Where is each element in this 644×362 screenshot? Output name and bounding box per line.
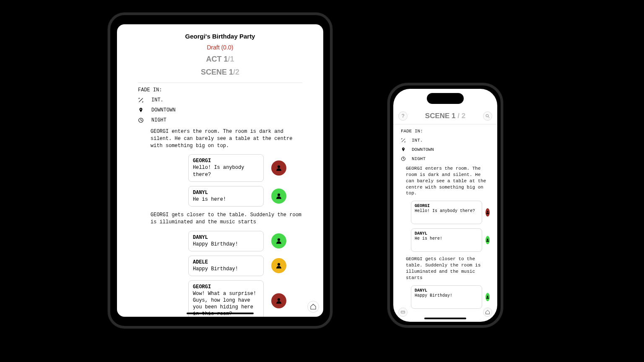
dialog-bubble[interactable]: GEORGI Wow! What a surprise! Guys, how l… xyxy=(188,280,264,317)
character-avatar[interactable] xyxy=(271,258,286,273)
iphone-device-frame: ? SCENE 1 / 2 FADE IN: INT. DOWNTOWN NIG… xyxy=(387,83,503,328)
character-name: DANYL xyxy=(415,288,478,293)
character-avatar[interactable] xyxy=(271,160,286,176)
character-name: GEORGI xyxy=(193,158,259,164)
scene-label: SCENE 1 xyxy=(201,68,233,76)
dynamic-island xyxy=(427,93,464,104)
dialog-line: Happy Birthday! xyxy=(193,266,259,272)
character-avatar[interactable] xyxy=(271,189,286,204)
dialog-line: He is here! xyxy=(193,196,259,203)
dialog-group-1: GEORGI Hello! Is anybody there? DANYL He… xyxy=(138,154,302,207)
scene-location-value: DOWNTOWN xyxy=(412,147,434,152)
action-block[interactable]: GEORGI gets closer to the table. Suddenl… xyxy=(151,212,302,226)
character-name: DANYL xyxy=(193,235,259,240)
scene-label: SCENE 1 xyxy=(425,112,456,120)
act-indicator[interactable]: ACT 1/1 xyxy=(138,55,302,64)
scene-int-ext-row[interactable]: INT. xyxy=(401,138,490,143)
scene-indicator[interactable]: SCENE 1 / 2 xyxy=(408,112,483,120)
character-name: GEORGI xyxy=(193,284,259,290)
fade-in-label: FADE IN: xyxy=(401,129,490,134)
fade-in-label: FADE IN: xyxy=(138,87,302,93)
dialog-row[interactable]: DANYL Happy Birthday! xyxy=(411,285,490,309)
dialog-line: Happy Birthday! xyxy=(415,293,478,298)
home-button[interactable] xyxy=(307,301,319,313)
search-button[interactable] xyxy=(483,111,492,121)
pin-icon xyxy=(401,147,406,152)
ipad-device-frame: Georgi's Birthday Party Draft (0.0) ACT … xyxy=(108,13,332,328)
scene-int-ext-row[interactable]: INT. xyxy=(138,97,302,103)
act-label: ACT 1 xyxy=(206,55,228,63)
help-button[interactable]: ? xyxy=(398,111,408,121)
dialog-line: Hello! Is anybody there? xyxy=(193,164,259,178)
character-name: DANYL xyxy=(193,190,259,196)
divider xyxy=(138,83,302,83)
dialog-row[interactable]: GEORGI Wow! What a surprise! Guys, how l… xyxy=(188,280,302,317)
home-indicator xyxy=(187,313,254,314)
int-ext-icon xyxy=(401,138,406,143)
scene-time-value: NIGHT xyxy=(151,117,166,123)
dialog-row[interactable]: DANYL He is here! xyxy=(411,228,490,252)
draft-label[interactable]: Draft (0.0) xyxy=(138,44,302,51)
action-block[interactable]: GEORGI gets closer to the table. Suddenl… xyxy=(406,256,490,281)
pin-icon xyxy=(138,107,144,113)
dialog-bubble[interactable]: GEORGI Hello! Is anybody there? xyxy=(411,201,482,224)
scene-location-value: DOWNTOWN xyxy=(151,107,176,113)
dialog-bubble[interactable]: ADELE Happy Birthday! xyxy=(188,256,264,276)
clock-icon xyxy=(138,117,144,123)
scene-indicator[interactable]: SCENE 1/2 xyxy=(138,68,302,77)
scene-int-ext-value: INT. xyxy=(151,97,164,103)
scene-location-row[interactable]: DOWNTOWN xyxy=(138,107,302,113)
dialog-line: Hello! Is anybody there? xyxy=(415,208,478,214)
scene-time-value: NIGHT xyxy=(412,156,426,161)
character-avatar[interactable] xyxy=(271,233,286,248)
scene-time-row[interactable]: NIGHT xyxy=(401,156,490,161)
dialog-bubble[interactable]: DANYL He is here! xyxy=(411,228,482,252)
dialog-row[interactable]: DANYL Happy Birthday! xyxy=(188,231,302,251)
cards-button[interactable] xyxy=(398,308,408,317)
int-ext-icon xyxy=(138,97,144,103)
dialog-line: Happy Birthday! xyxy=(193,241,259,248)
clock-icon xyxy=(401,156,406,161)
dialog-row[interactable]: DANYL He is here! xyxy=(188,186,302,207)
character-name: GEORGI xyxy=(415,204,478,208)
scene-fraction: /2 xyxy=(233,68,239,76)
dialog-group-2: DANYL Happy Birthday! ADELE Happy Birthd… xyxy=(138,231,302,317)
dialog-bubble[interactable]: DANYL Happy Birthday! xyxy=(411,285,482,309)
ipad-screen: Georgi's Birthday Party Draft (0.0) ACT … xyxy=(117,24,323,317)
dialog-bubble[interactable]: GEORGI Hello! Is anybody there? xyxy=(188,154,264,181)
scene-fraction: / 2 xyxy=(456,112,466,120)
character-avatar[interactable] xyxy=(486,236,490,244)
scene-time-row[interactable]: NIGHT xyxy=(138,117,302,123)
dialog-bubble[interactable]: DANYL Happy Birthday! xyxy=(188,231,264,251)
dialog-row[interactable]: GEORGI Hello! Is anybody there? xyxy=(411,201,490,224)
character-avatar[interactable] xyxy=(486,208,490,217)
scene-int-ext-value: INT. xyxy=(412,138,423,143)
character-avatar[interactable] xyxy=(271,293,286,308)
character-name: ADELE xyxy=(193,259,259,265)
dialog-bubble[interactable]: DANYL He is here! xyxy=(188,186,264,207)
dialog-row[interactable]: GEORGI Hello! Is anybody there? xyxy=(188,154,302,181)
home-button[interactable] xyxy=(483,308,492,317)
script-title: Georgi's Birthday Party xyxy=(138,33,302,40)
character-name: DANYL xyxy=(415,231,478,236)
dialog-line: He is here! xyxy=(415,236,478,241)
act-fraction: /1 xyxy=(228,55,234,63)
scene-location-row[interactable]: DOWNTOWN xyxy=(401,147,490,152)
action-block[interactable]: GEORGI enters the room. The room is dark… xyxy=(406,165,490,197)
iphone-header: ? SCENE 1 / 2 xyxy=(393,108,497,124)
character-avatar[interactable] xyxy=(486,293,490,301)
iphone-screen: ? SCENE 1 / 2 FADE IN: INT. DOWNTOWN NIG… xyxy=(393,89,497,322)
action-block[interactable]: GEORGI enters the room. The room is dark… xyxy=(151,128,302,149)
dialog-row[interactable]: ADELE Happy Birthday! xyxy=(188,256,302,276)
home-indicator xyxy=(424,318,466,319)
